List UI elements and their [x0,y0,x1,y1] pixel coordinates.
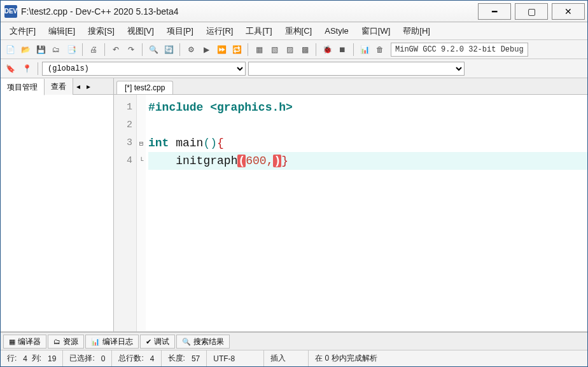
fold-collapse-icon[interactable]: ⊟ [137,134,146,152]
grid4-icon[interactable]: ▩ [298,43,312,57]
save-icon[interactable]: 💾 [34,43,48,57]
line-number: 1 [114,99,132,116]
menu-project[interactable]: 项目[P] [160,22,200,39]
toolbar-sep [104,43,105,56]
code-line: #include <graphics.h> [148,99,587,116]
compiler-icon: ▦ [9,335,15,349]
undo-icon[interactable]: ↶ [109,43,123,57]
log-icon: 📊 [91,335,100,349]
functions-select[interactable] [248,62,465,76]
compile-run-icon[interactable]: ⏩ [214,43,228,57]
tab-compiler[interactable]: ▦编译器 [3,335,46,349]
fold-end-icon: └ [137,152,146,170]
side-tabs: 项目管理 查看 ◂ ▸ [1,78,113,95]
toolbar-sep [248,43,248,56]
side-panel: 项目管理 查看 ◂ ▸ [1,78,114,331]
compiler-profile-select[interactable]: MinGW GCC 9.2.0 32-bit Debug [391,43,528,57]
toolbar-sep [82,43,83,56]
editor-column: [*] test2.cpp 1 2 3 4 ⊟ └ #include <grap… [114,78,587,331]
open-file-icon[interactable]: 📂 [18,43,32,57]
status-parse-time: 在 0 秒内完成解析 [309,350,587,366]
redo-icon[interactable]: ↷ [124,43,138,57]
menu-run[interactable]: 运行[R] [200,22,240,39]
globals-select[interactable]: (globals) [42,62,246,76]
file-tab-test2[interactable]: [*] test2.cpp [116,81,173,94]
search-results-icon: 🔍 [182,335,191,349]
window-title: F:\test2.cpp - Dev-C++ 2020 5.13-beta4 [21,6,474,17]
toolbar-sep [179,43,180,56]
close-button[interactable]: ✕ [552,3,585,20]
project-tree[interactable] [1,95,113,331]
code-line-current: initgraph(600,)} [148,152,587,170]
code-area[interactable]: #include <graphics.h> int main(){ initgr… [146,95,587,331]
menu-tools[interactable]: 工具[T] [239,22,278,39]
app-window: DEV F:\test2.cpp - Dev-C++ 2020 5.13-bet… [0,0,588,367]
grid2-icon[interactable]: ▧ [267,43,281,57]
toolbar-sep [353,43,354,56]
status-encoding: UTF-8 [207,350,264,366]
file-tabs: [*] test2.cpp [114,78,587,95]
side-tab-scroll-right-icon[interactable]: ▸ [83,82,94,91]
status-selection: 已选择: 0 [63,350,112,366]
print-icon[interactable]: 🖨 [87,43,101,57]
tab-search-results[interactable]: 🔍搜索结果 [176,335,230,349]
status-insert-mode: 插入 [264,350,309,366]
status-line-col: 行: 4 列: 19 [1,350,63,366]
delete-profile-icon[interactable]: 🗑 [373,43,387,57]
bottom-tabs: ▦编译器 🗂资源 📊编译日志 ✔调试 🔍搜索结果 [1,332,587,350]
line-number: 4 [114,152,132,170]
save-all-icon[interactable]: 🗂 [49,43,63,57]
run-icon[interactable]: ▶ [199,43,213,57]
menu-view[interactable]: 视图[V] [121,22,160,39]
code-editor[interactable]: 1 2 3 4 ⊟ └ #include <graphics.h> int ma… [114,95,587,331]
tab-debug[interactable]: ✔调试 [140,335,175,349]
profile-icon[interactable]: 📊 [358,43,372,57]
code-line: int main(){ [148,134,587,152]
toolbar-sep [38,62,38,75]
main-area: 项目管理 查看 ◂ ▸ [*] test2.cpp 1 2 3 4 [1,78,587,332]
tab-project-manager[interactable]: 项目管理 [1,79,45,95]
line-number-gutter: 1 2 3 4 [114,95,137,331]
grid1-icon[interactable]: ▦ [252,43,266,57]
rebuild-icon[interactable]: 🔁 [230,43,244,57]
status-total-lines: 总行数: 4 [112,350,161,366]
goto-bookmark-icon[interactable]: 🔖 [3,62,17,76]
side-tab-scroll-left-icon[interactable]: ◂ [73,82,83,91]
tab-class-view[interactable]: 查看 [45,78,73,95]
maximize-button[interactable]: ▢ [515,3,548,20]
menubar: 文件[F] 编辑[E] 搜索[S] 视图[V] 项目[P] 运行[R] 工具[T… [1,22,587,40]
debug-tab-icon: ✔ [146,335,151,349]
fold-marker [137,99,146,116]
line-number: 3 [114,134,132,152]
save-as-icon[interactable]: 📑 [64,43,78,57]
stop-debug-icon[interactable]: ⏹ [335,43,349,57]
compile-icon[interactable]: ⚙ [184,43,198,57]
code-line [148,116,587,134]
menu-search[interactable]: 搜索[S] [81,22,121,39]
fold-column: ⊟ └ [137,95,146,331]
debug-icon[interactable]: 🐞 [320,43,334,57]
tab-compile-log[interactable]: 📊编译日志 [85,335,139,349]
find-icon[interactable]: 🔍 [146,43,160,57]
statusbar: 行: 4 列: 19 已选择: 0 总行数: 4 长度: 57 UTF-8 插入… [1,350,587,366]
titlebar: DEV F:\test2.cpp - Dev-C++ 2020 5.13-bet… [1,1,587,22]
menu-refactor[interactable]: 重构[C] [279,22,319,39]
minimize-button[interactable]: ━ [478,3,511,20]
menu-edit[interactable]: 编辑[E] [42,22,81,39]
toggle-bookmark-icon[interactable]: 📍 [20,62,34,76]
menu-file[interactable]: 文件[F] [3,22,42,39]
main-toolbar: 📄 📂 💾 🗂 📑 🖨 ↶ ↷ 🔍 🔄 ⚙ ▶ ⏩ 🔁 ▦ ▧ ▨ ▩ 🐞 ⏹ … [1,40,587,59]
resources-icon: 🗂 [53,335,60,349]
replace-icon[interactable]: 🔄 [162,43,176,57]
app-icon: DEV [4,5,17,18]
new-file-icon[interactable]: 📄 [3,43,17,57]
scope-toolbar: 🔖 📍 (globals) [1,59,587,78]
toolbar-sep [142,43,143,56]
menu-window[interactable]: 窗口[W] [355,22,397,39]
toolbar-sep [316,43,316,56]
tab-resources[interactable]: 🗂资源 [48,335,84,349]
grid3-icon[interactable]: ▨ [283,43,297,57]
menu-astyle[interactable]: AStyle [318,22,355,39]
menu-help[interactable]: 帮助[H] [396,22,437,39]
status-length: 长度: 57 [162,350,207,366]
